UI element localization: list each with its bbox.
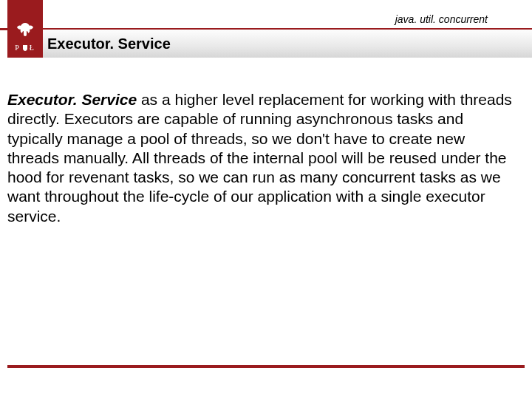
package-label: java. util. concurrent	[395, 13, 488, 25]
slide: java. util. concurrent P Ł Executor. Ser…	[0, 0, 532, 399]
title-bar: Executor. Service	[43, 30, 532, 58]
body-paragraph: Executor. Service as a higher level repl…	[7, 90, 517, 226]
logo-letters: P Ł	[15, 44, 35, 52]
crest-icon	[22, 44, 28, 52]
eagle-icon	[16, 21, 35, 38]
logo-letter-left: P	[15, 44, 21, 52]
university-logo: P Ł	[7, 0, 43, 58]
body-rest: as a higher level replacement for workin…	[7, 91, 512, 225]
bottom-divider	[7, 365, 525, 368]
logo-letter-right: Ł	[30, 44, 35, 52]
body-lead: Executor. Service	[7, 91, 137, 108]
slide-title: Executor. Service	[47, 35, 171, 52]
